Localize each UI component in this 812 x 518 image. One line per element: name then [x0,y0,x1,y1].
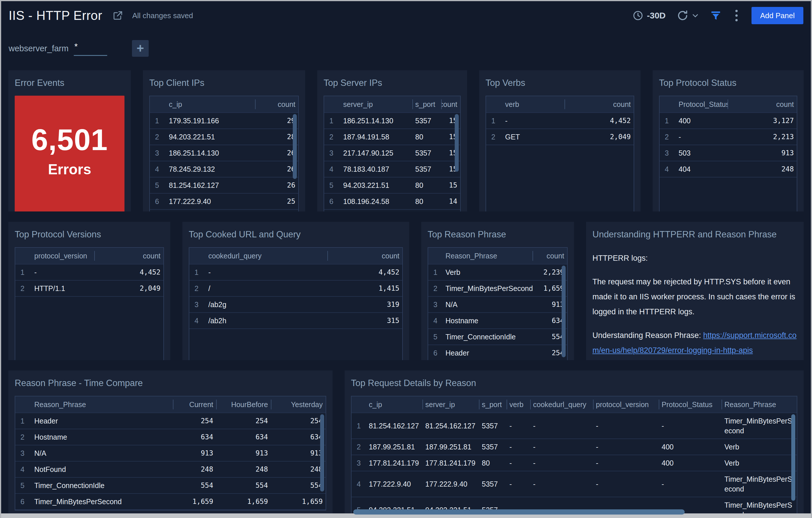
table-row: 2HTTP/1.12,049 [15,281,164,297]
table-cell: - [593,413,659,438]
table-cell: Timer_ConnectionIdle [31,478,173,493]
row-index: 5 [428,329,443,345]
vertical-scrollbar[interactable] [293,114,297,179]
vertical-scrollbar[interactable] [561,266,566,357]
table-row: 3N/A913913913 [15,445,326,462]
table-cell: 187.99.251.81 [366,439,423,455]
table-cell: 78.245.29.132 [166,161,255,177]
table-cell: 5357 [412,145,441,161]
kebab-menu-icon[interactable] [732,8,741,23]
table-row: 294.203.221.5128 [150,129,298,145]
table-row: 6108.196.24.588014 [324,194,460,210]
table-row: 6Header254 [428,345,567,360]
table-cell: 4,452 [564,113,634,128]
row-index: 1 [428,264,443,280]
table-cell: 26 [255,145,298,161]
row-index: 4 [428,313,443,328]
row-index: 3 [660,145,676,161]
table-row: 5Timer_ConnectionIdle554554554 [15,478,326,494]
table-cell: 5357 [412,113,441,128]
row-index: 3 [189,297,205,312]
column-header: protocol_version [593,396,659,412]
table-cell: 254 [271,413,326,429]
info-text-link-line: Understanding Reason Phrase: https://sup… [592,328,797,358]
table-cell: N/A [31,445,173,461]
add-panel-button[interactable]: Add Panel [752,7,803,24]
vertical-scrollbar[interactable] [455,114,459,172]
table-row: 181.254.162.12781.254.162.1275357----Tim… [351,413,797,439]
table-row: 1179.35.191.16629 [150,113,298,129]
row-index-header [150,96,166,112]
top-client-ips-table: c_ipcount1179.35.191.16629294.203.221.51… [149,96,299,211]
row-index: 4 [324,161,340,177]
table-cell: - [530,439,593,455]
table-header-row: c_ipcount [150,96,298,113]
row-index: 1 [486,113,502,128]
row-index-header [324,96,340,112]
table-cell: 5357 [479,413,506,438]
horizontal-scrollbar[interactable] [353,509,685,515]
table-cell: 634 [271,429,326,445]
table-cell: 186.251.14.130 [340,113,412,128]
column-header: count [564,96,634,112]
table-cell: 634 [173,429,216,445]
table-cell: N/A [443,297,532,312]
table-row: 594.203.221.518015 [324,177,460,194]
column-header: c_ip [366,396,423,412]
vertical-scrollbar[interactable] [791,414,795,501]
panel-title: Top Cooked URL and Query [189,229,403,240]
filter-label: webserver_farm [9,44,68,53]
table-cell: - [530,413,593,438]
table-cell: - [593,455,659,471]
table-cell: 248 [271,462,326,477]
column-header: c_ip [166,96,255,112]
info-text-httperr-logs: HTTPERR logs: [592,251,797,266]
table-cell: 29 [255,113,298,128]
table-cell: 2,239 [216,510,271,511]
panel-title: Top Reason Phrase [428,229,568,240]
panel-time-compare: Reason Phrase - Time Compare Reason_Phra… [8,371,332,516]
table-header-row: protocol_versioncount [15,248,164,264]
table-header-row: server_ips_portcount [324,96,460,113]
filter-value-input[interactable]: * [74,41,107,56]
table-cell: - [506,439,530,455]
panel-httperr-info: Understanding HTTPERR and Reason Phrase … [586,222,804,360]
panel-top-cooked-url: Top Cooked URL and Query cookedurl_query… [182,222,409,360]
vertical-scrollbar[interactable] [320,414,324,491]
table-cell: 80 [412,177,441,193]
time-range-selector[interactable]: -30D [633,10,666,21]
column-header: Reason_Phrase [722,396,797,412]
table-cell: 3,127 [728,113,797,128]
share-icon[interactable] [112,10,124,21]
row-index-header [660,96,676,112]
row-index: 5 [324,177,340,193]
table-cell: 5357 [479,471,506,497]
table-cell: 177.81.241.179 [366,455,423,471]
table-cell: 400 [676,113,728,128]
table-row: 7108.44.201.12425 [150,210,298,211]
table-cell: 26 [255,161,298,177]
column-header: server_ip [423,396,479,412]
table-cell: 179.35.191.166 [166,113,255,128]
add-filter-button[interactable]: + [132,40,149,57]
filter-icon[interactable] [710,10,722,21]
column-header: count [728,96,797,112]
column-header: verb [506,396,530,412]
table-row: 1186.251.14.130535715 [324,113,460,129]
dashboard-header: IIS - HTTP Error All changes saved -30D [1,1,811,30]
column-header: Reason_Phrase [31,396,173,412]
error-count-unit: Errors [48,161,91,178]
column-header: Protocol_Status [659,396,722,412]
table-header-row: Reason_Phrasecount [428,248,567,264]
row-index: 1 [324,113,340,128]
column-header: Yesterday [271,396,326,412]
table-cell: Hostname [31,429,173,445]
table-cell: 14 [441,194,460,209]
table-cell: 400 [659,439,722,455]
refresh-control[interactable] [676,9,699,22]
panel-request-details: Top Request Details by Reason c_ipserver… [345,371,804,516]
table-cell: 2,213 [728,129,797,145]
top-cooked-url-table: cookedurl_querycount1-4,4522/1,4153/ab2g… [189,247,403,360]
table-row: 4177.222.9.40177.222.9.405357----Timer_M… [351,471,797,497]
table-cell: 2,239 [271,510,326,511]
